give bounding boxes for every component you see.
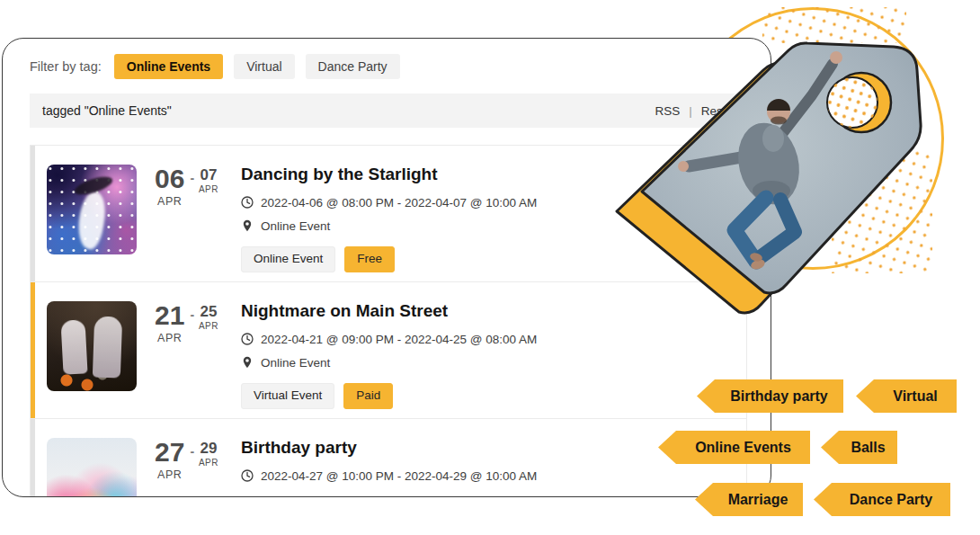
end-day: 29 [200,441,217,456]
event-datetime-line: 2022-04-27 @ 10:00 PM - 2022-04-29 @ 10:… [241,469,537,483]
event-venue-line: Online Event [241,356,537,370]
event-start-date: 27 APR [155,439,184,481]
event-tag-paid[interactable]: Paid [343,383,393,409]
event-start-date: 06 APR [155,165,184,208]
event-date-range: 21 APR - 25 APR [155,301,239,344]
location-pin-icon [241,219,254,232]
clock-icon [241,333,254,345]
event-end-date: 25 APR [199,304,218,331]
filter-bar: Filter by tag: Online Events Virtual Dan… [30,54,745,79]
event-title[interactable]: Birthday party [241,438,537,458]
end-month: APR [199,321,218,331]
end-day: 25 [200,304,217,319]
event-title[interactable]: Dancing by the Starlight [241,165,537,184]
event-date-range: 27 APR - 29 APR [155,438,239,481]
event-title[interactable]: Nightmare on Main Street [241,301,537,321]
event-datetime: 2022-04-06 @ 08:00 PM - 2022-04-07 @ 10:… [261,196,537,210]
side-tag-marriage[interactable]: Marriage [695,483,803,516]
end-day: 07 [200,167,217,183]
event-venue-line: Online Event [241,219,537,233]
event-tag-online-event[interactable]: Online Event [241,246,335,272]
event-list: 06 APR - 07 APR Dancing by the Starlight… [30,145,747,497]
event-row-dancing-by-the-starlight[interactable]: 06 APR - 07 APR Dancing by the Starlight… [31,146,746,282]
event-datetime-line: 2022-04-21 @ 09:00 PM - 2022-04-25 @ 08:… [241,333,537,346]
date-dash: - [190,444,194,459]
date-dash: - [190,308,194,322]
filter-tag-online-events[interactable]: Online Events [114,54,223,79]
start-day: 27 [155,439,184,466]
filter-tag-dance-party[interactable]: Dance Party [306,54,400,79]
rss-link[interactable]: RSS [655,104,680,118]
location-pin-icon [241,356,254,369]
events-widget-card: Filter by tag: Online Events Virtual Dan… [2,38,771,497]
event-venue: Online Event [261,219,330,233]
side-tag-online-events[interactable]: Online Events [658,431,810,464]
event-tag-virtual-event[interactable]: Virtual Event [241,383,334,409]
event-thumbnail-galaxy-dancer[interactable] [47,165,137,254]
result-bar-text: tagged "Online Events" [42,103,172,118]
event-date-range: 06 APR - 07 APR [155,165,239,208]
start-month: APR [157,332,182,344]
event-tag-free[interactable]: Free [344,246,395,272]
event-end-date: 29 APR [199,441,218,468]
filter-tag-virtual[interactable]: Virtual [234,54,294,79]
event-venue: Online Event [261,356,330,370]
event-start-date: 21 APR [155,302,184,344]
event-tags: Online Event Free [241,246,537,272]
event-tags: Virtual Event Paid [241,383,537,409]
event-datetime-line: 2022-04-06 @ 08:00 PM - 2022-04-07 @ 10:… [241,196,537,210]
event-thumbnail-color-powder[interactable] [47,438,137,497]
start-month: APR [157,195,182,208]
side-tag-balls[interactable]: Balls [821,431,897,464]
clock-icon [241,469,254,482]
start-day: 06 [155,165,184,192]
event-row-nightmare-on-main-street[interactable]: 21 APR - 25 APR Nightmare on Main Street… [31,282,746,419]
clock-icon [241,196,254,209]
start-day: 21 [155,302,184,329]
start-month: APR [157,468,182,481]
side-tag-virtual[interactable]: Virtual [856,379,957,413]
reset-link[interactable]: Reset [701,104,733,118]
result-bar-actions: RSS | Reset [655,104,733,118]
event-row-birthday-party[interactable]: 27 APR - 29 APR Birthday party 2022-04-2… [31,419,746,497]
event-datetime: 2022-04-21 @ 09:00 PM - 2022-04-25 @ 08:… [261,333,537,346]
event-datetime: 2022-04-27 @ 10:00 PM - 2022-04-29 @ 10:… [261,469,537,483]
event-end-date: 07 APR [199,167,218,194]
actions-separator: | [689,104,692,118]
event-thumbnail-halloween-ghosts[interactable] [47,301,137,391]
result-bar: tagged "Online Events" RSS | Reset [30,94,745,128]
end-month: APR [199,184,218,194]
end-month: APR [199,458,218,468]
date-dash: - [190,171,194,185]
side-tag-dance-party[interactable]: Dance Party [814,483,950,516]
filter-label: Filter by tag: [30,59,102,74]
side-tag-birthday-party[interactable]: Birthday party [697,379,843,413]
